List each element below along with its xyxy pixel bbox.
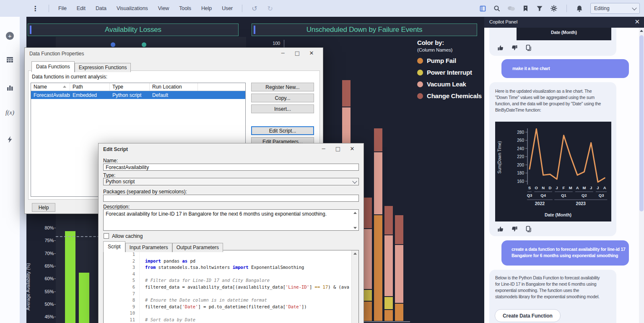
edit-script-button[interactable]: Edit Script... [251, 126, 314, 135]
legend-item[interactable]: Vacuum Leak [417, 81, 482, 88]
menu-file[interactable]: File [53, 5, 72, 11]
minimize-icon[interactable]: − [317, 146, 331, 152]
sort-ascending-icon [63, 86, 66, 88]
actions-icon[interactable] [0, 136, 20, 143]
assistant-message: Below is the Python Data Function to for… [489, 270, 616, 323]
allow-caching-checkbox[interactable] [104, 233, 109, 239]
undo-icon[interactable]: ↺ [247, 5, 262, 13]
comments-icon[interactable] [505, 3, 517, 14]
svg-text:Q3: Q3 [599, 193, 604, 198]
legend-item[interactable]: Pump Fail [417, 57, 482, 64]
minimize-icon[interactable]: − [276, 50, 290, 56]
tab-script[interactable]: Script [103, 241, 125, 252]
bar-segment-pump_fail [395, 303, 404, 321]
column-header-path[interactable]: Path [70, 83, 110, 91]
mode-selector[interactable]: Editing [590, 3, 640, 14]
scrollbar-thumb[interactable] [639, 35, 644, 211]
table-header-row[interactable]: NamePathTypeRun Location [31, 83, 245, 91]
code-line: 8# Ensure the Date column is in datetime… [104, 297, 358, 304]
dialog-titlebar[interactable]: Edit Script − □ ✕ [99, 143, 364, 154]
description-textarea[interactable]: Forecast availability for Line-ID 17 in … [103, 209, 359, 231]
menu-visualizations[interactable]: Visualizations [112, 5, 153, 11]
active-marker [254, 26, 255, 34]
availability-bar [79, 273, 89, 323]
chart-title-text: Unscheduled Down by Failure Events [306, 26, 423, 34]
dialog-title: Data Function Properties [29, 51, 84, 57]
left-icon-rail: + f(x) [0, 17, 20, 323]
legend-item[interactable]: Change Chemicals [417, 92, 482, 99]
help-button[interactable]: Help [32, 203, 55, 212]
column-header-type[interactable]: Type [110, 83, 150, 91]
legend-dot [417, 93, 423, 99]
tab-data-functions[interactable]: Data Functions [31, 61, 75, 72]
legend-item[interactable]: Power Interrupt [417, 69, 482, 76]
description-scrollbar[interactable] [352, 210, 358, 230]
packages-input[interactable] [103, 195, 359, 202]
table-cell: Default [150, 91, 198, 99]
tab-expression-functions[interactable]: Expression Functions [75, 63, 131, 72]
maximize-icon[interactable]: □ [290, 50, 304, 56]
menu-help[interactable]: Help [196, 5, 217, 11]
column-header-run-location[interactable]: Run Location [150, 83, 198, 91]
menu-data[interactable]: Data [91, 5, 112, 11]
menu-user[interactable]: User [217, 5, 238, 11]
visualizations-icon[interactable] [0, 84, 20, 91]
code-line: 9filtered_data['Date'] = pd.to_datetime(… [104, 304, 358, 311]
description-label: Description: [103, 204, 130, 210]
tick-mark [54, 292, 56, 292]
create-data-function-button[interactable]: Create Data Function [495, 309, 561, 322]
filter-icon[interactable] [534, 3, 545, 14]
type-select[interactable]: Python script [103, 178, 359, 185]
thumbs-down-icon[interactable] [511, 44, 518, 51]
notifications-icon[interactable] [574, 3, 585, 14]
chart-title-availability-losses[interactable]: Availability Losses [28, 23, 239, 36]
legend-label: Vacuum Leak [427, 81, 466, 88]
script-scrollbar[interactable] [351, 250, 358, 323]
divider [566, 5, 567, 12]
table-row[interactable]: ForecastAvailabilityEmbeddedPython scrip… [31, 91, 245, 99]
tab-input-parameters[interactable]: Input Parameters [125, 243, 172, 252]
chart-title-unscheduled-down[interactable]: Unscheduled Down by Failure Events [252, 23, 477, 36]
column-header-name[interactable]: Name [31, 83, 70, 91]
feedback-icons [497, 44, 531, 51]
bookmark-icon[interactable] [519, 3, 531, 14]
thumbs-down-icon[interactable] [511, 226, 518, 232]
name-input[interactable]: ForecastAvailability [103, 164, 359, 171]
menu-edit[interactable]: Edit [72, 5, 91, 11]
kebab-menu-icon[interactable]: ⋮ [26, 5, 44, 13]
tick-mark [54, 228, 56, 228]
close-icon[interactable]: ✕ [304, 50, 319, 56]
y-axis-tick: 45% [37, 314, 54, 319]
copy-icon[interactable] [525, 226, 531, 232]
user-message: create a data function to forecast avail… [501, 240, 629, 266]
menu-view[interactable]: View [153, 5, 174, 11]
data-functions-icon[interactable]: f(x) [0, 109, 20, 116]
copilot-scrollbar[interactable] [639, 28, 644, 323]
redo-icon[interactable]: ↻ [262, 5, 278, 13]
copy-button[interactable]: Copy... [251, 94, 314, 102]
divider [49, 5, 49, 12]
search-icon[interactable] [491, 3, 503, 14]
settings-icon[interactable] [548, 3, 560, 14]
tick-mark [54, 317, 56, 317]
dialog-titlebar[interactable]: Data Function Properties − □ ✕ [25, 48, 323, 59]
thumbs-up-icon[interactable] [497, 226, 504, 232]
script-editor[interactable]: 12import pandas as pd3from statsmodels.t… [103, 250, 359, 323]
close-icon[interactable]: ✕ [345, 146, 359, 152]
menu-tools[interactable]: Tools [174, 5, 196, 11]
insert-button[interactable]: Insert... [251, 104, 314, 113]
svg-text:J: J [590, 185, 592, 190]
close-icon[interactable]: ✕ [634, 18, 640, 26]
register-new-button[interactable]: Register New... [251, 83, 314, 91]
maximize-icon[interactable]: □ [331, 146, 345, 152]
data-table-icon[interactable] [0, 57, 20, 63]
thumbs-up-icon[interactable] [497, 44, 504, 51]
bar-segment-change_chemicals [342, 80, 351, 107]
add-icon[interactable]: + [0, 32, 20, 40]
expand-panel-icon[interactable] [477, 3, 488, 14]
bar-segment-change_chemicals [363, 197, 372, 229]
copy-icon[interactable] [525, 44, 531, 51]
tab-output-parameters[interactable]: Output Parameters [172, 243, 223, 252]
code-line: 2import pandas as pd [104, 258, 358, 265]
availability-bar [65, 231, 75, 323]
